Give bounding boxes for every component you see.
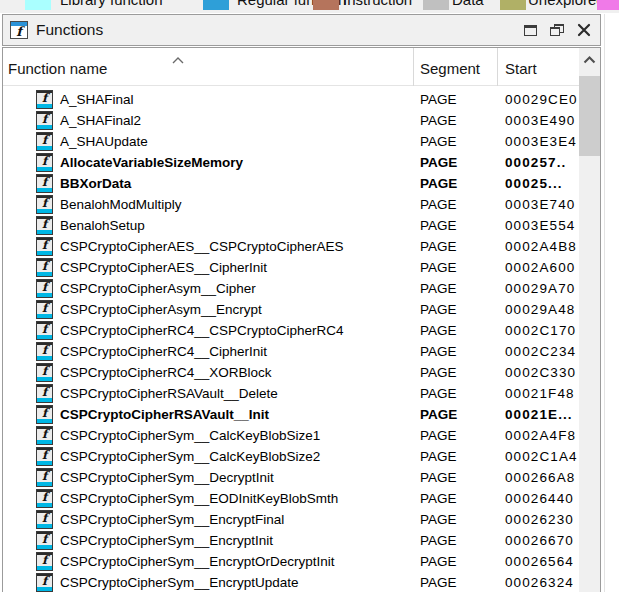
start-address-cell[interactable]: 0003E490 [505, 110, 575, 131]
function-name-cell[interactable]: CSPCryptoCipherSym__EODInitKeyBlobSmth [60, 488, 338, 509]
segment-cell[interactable]: PAGE [420, 194, 457, 215]
segment-cell[interactable]: PAGE [420, 572, 457, 592]
restore-button[interactable] [546, 18, 568, 42]
function-name-cell[interactable]: AllocateVariableSizeMemory [60, 152, 243, 173]
column-separator[interactable] [413, 48, 414, 86]
function-name-cell[interactable]: CSPCryptoCipherAsym__Encrypt [60, 299, 262, 320]
start-address-cell[interactable]: 00026440 [505, 488, 574, 509]
segment-cell[interactable]: PAGE [420, 425, 457, 446]
start-address-cell[interactable]: 00025... [505, 173, 563, 194]
segment-cell[interactable]: PAGE [420, 404, 457, 425]
segment-cell[interactable]: PAGE [420, 257, 457, 278]
segment-cell[interactable]: PAGE [420, 173, 457, 194]
function-row[interactable]: fA_SHAFinal2PAGE0003E490 [3, 110, 579, 131]
function-name-cell[interactable]: BenalohModMultiply [60, 194, 182, 215]
function-row[interactable]: fCSPCryptoCipherSym__EncryptOrDecryptIni… [3, 551, 579, 572]
maximize-button[interactable] [519, 18, 541, 42]
start-address-cell[interactable]: 0002C330 [505, 362, 576, 383]
function-name-cell[interactable]: CSPCryptoCipherSym__CalcKeyBlobSize1 [60, 425, 320, 446]
function-row[interactable]: fBenalohSetupPAGE0003E554 [3, 215, 579, 236]
function-name-cell[interactable]: CSPCryptoCipherRC4__CSPCryptoCipherRC4 [60, 320, 344, 341]
column-header-start[interactable]: Start [505, 48, 537, 86]
segment-cell[interactable]: PAGE [420, 383, 457, 404]
function-name-cell[interactable]: BBXorData [60, 173, 131, 194]
function-name-cell[interactable]: BenalohSetup [60, 215, 145, 236]
start-address-cell[interactable]: 00029CE0 [505, 89, 578, 110]
function-row[interactable]: fCSPCryptoCipherSym__EncryptUpdatePAGE00… [3, 572, 579, 592]
start-address-cell[interactable]: 000257.. [505, 152, 566, 173]
segment-cell[interactable]: PAGE [420, 236, 457, 257]
start-address-cell[interactable]: 0002A4B8 [505, 236, 577, 257]
function-name-cell[interactable]: CSPCryptoCipherRSAVault__Delete [60, 383, 278, 404]
function-name-cell[interactable]: A_SHAFinal [60, 89, 134, 110]
function-name-cell[interactable]: A_SHAFinal2 [60, 110, 141, 131]
scroll-up-button[interactable] [579, 48, 600, 72]
function-row[interactable]: fA_SHAUpdatePAGE0003E3E4 [3, 131, 579, 152]
function-row[interactable]: fCSPCryptoCipherSym__CalcKeyBlobSize1PAG… [3, 425, 579, 446]
segment-cell[interactable]: PAGE [420, 89, 457, 110]
segment-cell[interactable]: PAGE [420, 467, 457, 488]
column-separator[interactable] [497, 48, 498, 86]
function-row[interactable]: fCSPCryptoCipherAsym__EncryptPAGE00029A4… [3, 299, 579, 320]
function-row[interactable]: fCSPCryptoCipherRC4__CipherInitPAGE0002C… [3, 341, 579, 362]
vertical-scrollbar[interactable] [579, 48, 600, 592]
functions-window-titlebar[interactable]: f Functions [2, 14, 601, 46]
function-row[interactable]: fCSPCryptoCipherRSAVault__InitPAGE00021E… [3, 404, 579, 425]
segment-cell[interactable]: PAGE [420, 299, 457, 320]
function-row[interactable]: fCSPCryptoCipherSym__CalcKeyBlobSize2PAG… [3, 446, 579, 467]
start-address-cell[interactable]: 0002C170 [505, 320, 576, 341]
function-name-cell[interactable]: CSPCryptoCipherSym__EncryptUpdate [60, 572, 299, 592]
start-address-cell[interactable]: 0002A4F8 [505, 425, 576, 446]
segment-cell[interactable]: PAGE [420, 320, 457, 341]
function-row[interactable]: fCSPCryptoCipherSym__EncryptFinalPAGE000… [3, 509, 579, 530]
segment-cell[interactable]: PAGE [420, 509, 457, 530]
segment-cell[interactable]: PAGE [420, 488, 457, 509]
segment-cell[interactable]: PAGE [420, 341, 457, 362]
function-name-cell[interactable]: CSPCryptoCipherSym__EncryptInit [60, 530, 273, 551]
start-address-cell[interactable]: 0002C234 [505, 341, 576, 362]
start-address-cell[interactable]: 0003E3E4 [505, 131, 577, 152]
function-row[interactable]: fAllocateVariableSizeMemoryPAGE000257.. [3, 152, 579, 173]
function-row[interactable]: fA_SHAFinalPAGE00029CE0 [3, 89, 579, 110]
column-header-function-name[interactable]: Function name [8, 48, 107, 86]
start-address-cell[interactable]: 00029A70 [505, 278, 575, 299]
segment-cell[interactable]: PAGE [420, 215, 457, 236]
start-address-cell[interactable]: 00026670 [505, 530, 574, 551]
segment-cell[interactable]: PAGE [420, 278, 457, 299]
function-name-cell[interactable]: A_SHAUpdate [60, 131, 148, 152]
function-row[interactable]: fCSPCryptoCipherSym__EncryptInitPAGE0002… [3, 530, 579, 551]
function-name-cell[interactable]: CSPCryptoCipherSym__CalcKeyBlobSize2 [60, 446, 320, 467]
function-name-cell[interactable]: CSPCryptoCipherRC4__XORBlock [60, 362, 272, 383]
scrollbar-thumb[interactable] [579, 76, 600, 156]
start-address-cell[interactable]: 00021F48 [505, 383, 575, 404]
function-row[interactable]: fCSPCryptoCipherRSAVault__DeletePAGE0002… [3, 383, 579, 404]
function-row[interactable]: fCSPCryptoCipherAES__CipherInitPAGE0002A… [3, 257, 579, 278]
start-address-cell[interactable]: 0003E740 [505, 194, 575, 215]
function-row[interactable]: fCSPCryptoCipherAsym__CipherPAGE00029A70 [3, 278, 579, 299]
function-name-cell[interactable]: CSPCryptoCipherSym__EncryptFinal [60, 509, 284, 530]
start-address-cell[interactable]: 00026324 [505, 572, 574, 592]
function-row[interactable]: fCSPCryptoCipherRC4__CSPCryptoCipherRC4P… [3, 320, 579, 341]
column-header-segment[interactable]: Segment [420, 48, 480, 86]
start-address-cell[interactable]: 0003E554 [505, 215, 575, 236]
function-row[interactable]: fBenalohModMultiplyPAGE0003E740 [3, 194, 579, 215]
function-name-cell[interactable]: CSPCryptoCipherSym__EncryptOrDecryptInit [60, 551, 335, 572]
start-address-cell[interactable]: 00026230 [505, 509, 574, 530]
function-name-cell[interactable]: CSPCryptoCipherRC4__CipherInit [60, 341, 267, 362]
segment-cell[interactable]: PAGE [420, 530, 457, 551]
function-row[interactable]: fCSPCryptoCipherSym__EODInitKeyBlobSmthP… [3, 488, 579, 509]
start-address-cell[interactable]: 00026564 [505, 551, 574, 572]
function-row[interactable]: fCSPCryptoCipherSym__DecryptInitPAGE0002… [3, 467, 579, 488]
function-row[interactable]: fCSPCryptoCipherAES__CSPCryptoCipherAESP… [3, 236, 579, 257]
function-name-cell[interactable]: CSPCryptoCipherAES__CipherInit [60, 257, 267, 278]
start-address-cell[interactable]: 00021E... [505, 404, 573, 425]
function-row[interactable]: fBBXorDataPAGE00025... [3, 173, 579, 194]
function-row[interactable]: fCSPCryptoCipherRC4__XORBlockPAGE0002C33… [3, 362, 579, 383]
segment-cell[interactable]: PAGE [420, 131, 457, 152]
close-button[interactable] [573, 18, 595, 42]
start-address-cell[interactable]: 00029A48 [505, 299, 575, 320]
segment-cell[interactable]: PAGE [420, 110, 457, 131]
start-address-cell[interactable]: 000266A8 [505, 467, 575, 488]
function-name-cell[interactable]: CSPCryptoCipherAsym__Cipher [60, 278, 256, 299]
start-address-cell[interactable]: 0002A600 [505, 257, 575, 278]
